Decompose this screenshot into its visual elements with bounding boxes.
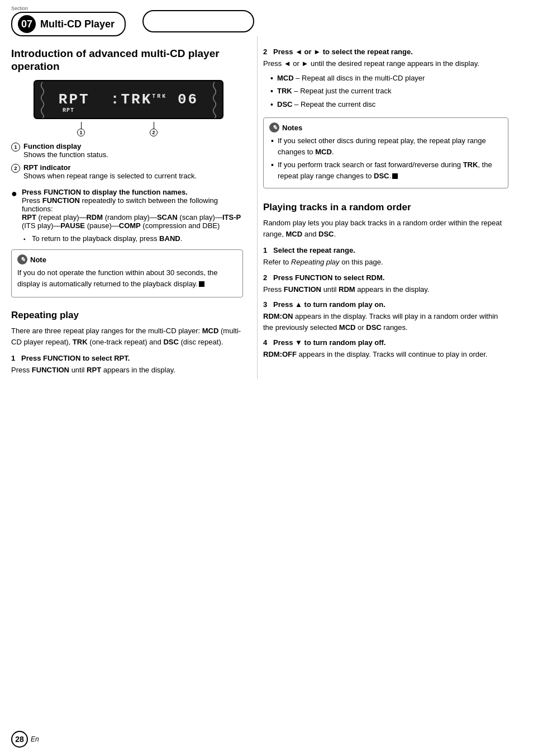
indicator1-num: 1 bbox=[11, 143, 20, 152]
note-label: Note bbox=[30, 256, 46, 264]
notes-icon: ✎ bbox=[269, 122, 279, 133]
note-item-1: If you select other discs during repeat … bbox=[269, 135, 502, 157]
notes-header: ✎ Notes bbox=[269, 122, 502, 133]
header: Section 07 Multi-CD Player bbox=[0, 0, 533, 36]
end-marker bbox=[199, 281, 204, 287]
indicator2-circle: 2 bbox=[150, 129, 158, 136]
left-column: Introduction of advanced multi-CD player… bbox=[11, 36, 257, 379]
repeat-options-list: MCD – Repeat all discs in the multi-CD p… bbox=[269, 73, 508, 110]
to-return-list: To return to the playback display, press… bbox=[23, 233, 243, 244]
random-step3-heading: 3 Press ▲ to turn random play on. bbox=[263, 300, 508, 309]
right-column: 2 Press ◄ or ► to select the repeat rang… bbox=[257, 36, 508, 379]
main-content: Introduction of advanced multi-CD player… bbox=[0, 36, 533, 379]
footer: 28 En bbox=[11, 731, 39, 748]
notes-list: If you select other discs during repeat … bbox=[269, 135, 502, 181]
random-step4-heading: 4 Press ▼ to turn random play off. bbox=[263, 338, 508, 347]
indicator2-description: Shows when repeat range is selected to c… bbox=[23, 172, 197, 180]
section-title-box: 07 Multi-CD Player bbox=[11, 12, 126, 36]
step1-heading: 1 Press FUNCTION to select RPT. bbox=[11, 354, 243, 362]
lcd-rpt-indicator: RPT bbox=[63, 107, 74, 114]
indicator1-description: Shows the function status. bbox=[23, 150, 108, 159]
indicator1-line bbox=[81, 122, 82, 129]
step2-heading: 2 Press ◄ or ► to select the repeat rang… bbox=[263, 48, 508, 56]
note-box: ✎ Note If you do not operate the functio… bbox=[11, 249, 243, 297]
random-step2-label: Press FUNCTION to select RDM. bbox=[273, 273, 384, 282]
note-header: ✎ Note bbox=[17, 254, 237, 264]
step1-label: Press FUNCTION to select RPT. bbox=[21, 354, 130, 362]
display-wrapper: RPT :TRKTRK 06 RPT 1 2 bbox=[22, 80, 243, 136]
lcd-main-text: RPT :TRKTRK 06 bbox=[59, 91, 198, 108]
section-title: Multi-CD Player bbox=[40, 18, 115, 30]
indicator1-label: Function display bbox=[23, 142, 81, 150]
random-step2-heading: 2 Press FUNCTION to select RDM. bbox=[263, 273, 508, 282]
page-number: 28 bbox=[11, 731, 28, 748]
step2-label: Press bbox=[273, 48, 293, 56]
indicator1-desc: 1 Function display Shows the function st… bbox=[11, 142, 243, 159]
step2-body: Press ◄ or ► until the desired repeat ra… bbox=[263, 58, 508, 69]
indicator1-marker: 1 bbox=[77, 122, 85, 136]
repeating-play-heading: Repeating play bbox=[11, 310, 243, 321]
random-step4-body: RDM:OFF appears in the display. Tracks w… bbox=[263, 349, 508, 360]
indicator2-marker: 2 bbox=[150, 122, 158, 136]
random-step3-body: RDM:ON appears in the display. Tracks wi… bbox=[263, 311, 508, 333]
indicator2-desc: 2 RPT indicator Shows when repeat range … bbox=[11, 163, 243, 180]
to-return-item: To return to the playback display, press… bbox=[23, 233, 243, 244]
random-step1-label: Select the repeat range. bbox=[273, 246, 355, 254]
indicator2-text: RPT indicator Shows when repeat range is… bbox=[23, 163, 197, 180]
random-order-intro: Random play lets you play back tracks in… bbox=[263, 218, 508, 239]
indicator2-num: 2 bbox=[11, 164, 20, 173]
indicators-row: 1 2 bbox=[22, 122, 212, 136]
step2-label2: to select the repeat range. bbox=[323, 48, 413, 56]
page-container: Section 07 Multi-CD Player Introduction … bbox=[0, 0, 533, 756]
indicator2-label: RPT indicator bbox=[23, 163, 71, 172]
end-marker2 bbox=[392, 173, 398, 179]
random-step1-heading: 1 Select the repeat range. bbox=[263, 246, 508, 254]
lcd-trk-small: TRK bbox=[152, 93, 167, 100]
press-function-heading: Press FUNCTION to display the function n… bbox=[22, 188, 188, 196]
section-badge: Section 07 Multi-CD Player bbox=[11, 6, 126, 36]
header-right-box bbox=[142, 10, 254, 32]
indicator1-circle: 1 bbox=[77, 129, 85, 136]
random-order-heading: Playing tracks in a random order bbox=[263, 202, 508, 213]
notes-label: Notes bbox=[282, 124, 302, 132]
press-function-body: Press FUNCTION repeatedly to switch betw… bbox=[22, 196, 218, 213]
note-icon: ✎ bbox=[17, 254, 27, 264]
note-body: If you do not operate the function withi… bbox=[17, 267, 237, 289]
repeat-option-trk: TRK – Repeat just the current track bbox=[269, 86, 508, 97]
repeat-option-mcd: MCD – Repeat all discs in the multi-CD p… bbox=[269, 73, 508, 84]
lcd-left-deco bbox=[37, 81, 48, 118]
notes-box: ✎ Notes If you select other discs during… bbox=[263, 117, 508, 188]
indicator1-text: Function display Shows the function stat… bbox=[23, 142, 108, 159]
press-function-item: ● Press FUNCTION to display the function… bbox=[11, 188, 243, 230]
random-step2-body: Press FUNCTION until RDM appears in the … bbox=[263, 284, 508, 295]
lcd-display: RPT :TRKTRK 06 RPT bbox=[34, 80, 223, 119]
indicator-descriptions: 1 Function display Shows the function st… bbox=[11, 142, 243, 180]
section-label: Section bbox=[11, 6, 28, 11]
repeating-play-intro: There are three repeat play ranges for t… bbox=[11, 325, 243, 347]
step1-body: Press FUNCTION until RPT appears in the … bbox=[11, 365, 243, 376]
step2-section: 2 Press ◄ or ► to select the repeat rang… bbox=[263, 48, 508, 110]
language-label: En bbox=[31, 735, 39, 743]
note-item-2: If you perform track search or fast forw… bbox=[269, 159, 502, 181]
repeat-option-dsc: DSC – Repeat the current disc bbox=[269, 99, 508, 110]
press-function-text: Press FUNCTION to display the function n… bbox=[22, 188, 243, 230]
random-step4-label: Press ▼ to turn random play off. bbox=[273, 338, 386, 347]
intro-heading: Introduction of advanced multi-CD player… bbox=[11, 48, 243, 73]
lcd-right-deco bbox=[209, 81, 220, 118]
random-step1-body: Refer to Repeating play on this page. bbox=[263, 257, 508, 268]
bullet-circle-icon: ● bbox=[11, 188, 17, 199]
indicator2-line bbox=[154, 122, 154, 129]
random-step3-label: Press ▲ to turn random play on. bbox=[273, 300, 386, 309]
functions-line: RPT (repeat play)—RDM (random play)—SCAN… bbox=[22, 213, 241, 230]
section-number: 07 bbox=[18, 15, 36, 33]
